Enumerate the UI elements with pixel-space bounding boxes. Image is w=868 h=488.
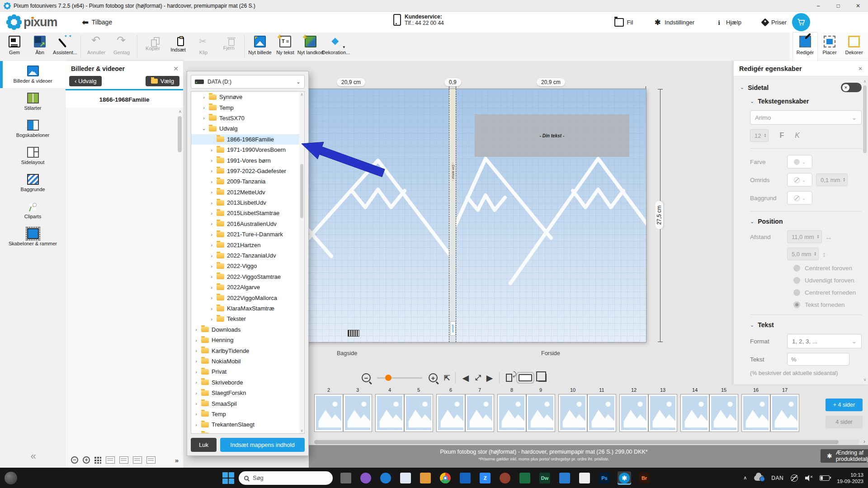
book-spread[interactable]: - Din tekst - pixum - Din tekst - <box>259 89 646 342</box>
spine-text-placeholder[interactable]: - Din tekst - <box>451 163 455 183</box>
taskbar-app-icon[interactable] <box>339 471 353 485</box>
expand-chevron-icon[interactable]: › <box>194 358 198 364</box>
folder-tree-item[interactable]: › 2013LisbetUdv <box>191 197 304 208</box>
taskbar-app-icon[interactable] <box>379 471 392 485</box>
italic-button[interactable]: K <box>795 131 800 140</box>
zoom-out-icon[interactable]: − <box>71 456 78 464</box>
zoom-out-icon[interactable]: − <box>362 373 371 382</box>
sidebar-item[interactable]: Bogskabeloner <box>0 115 66 142</box>
expand-chevron-icon[interactable]: › <box>194 432 198 434</box>
expand-chevron-icon[interactable]: › <box>209 274 214 279</box>
radio-icon[interactable] <box>793 265 800 272</box>
expand-chevron-icon[interactable]: › <box>194 348 198 353</box>
start-button[interactable] <box>222 472 234 484</box>
taskbar-app-icon[interactable]: Dw <box>538 471 552 485</box>
scroll-up-icon[interactable]: ∧ <box>179 109 182 114</box>
mode-tab[interactable]: Placer <box>817 33 842 61</box>
expand-chevron-icon[interactable]: › <box>202 105 206 110</box>
page-thumbnail[interactable] <box>465 394 494 432</box>
chevron-down-icon[interactable]: ⌄ <box>750 99 754 104</box>
close-button[interactable]: ✕ <box>848 0 868 12</box>
taskbar-app-icon[interactable] <box>618 471 631 485</box>
taskbar-app-icon[interactable] <box>359 471 373 485</box>
strip-scrollbar[interactable]: › <box>314 440 859 445</box>
properties-scrollbar[interactable]: ∧∨ <box>863 79 867 382</box>
position-radio-option[interactable]: Udvendigt foroven <box>793 277 862 284</box>
sidebar-item[interactable]: Cliparts <box>0 197 66 224</box>
sort-option-icon[interactable] <box>146 456 156 464</box>
page-thumbnail[interactable] <box>619 394 648 432</box>
insert-folder-contents-button[interactable]: Indsæt mappens indhold <box>220 438 305 452</box>
expand-chevron-icon[interactable]: ⌄ <box>202 126 206 131</box>
expand-chevron-icon[interactable]: › <box>209 232 214 237</box>
expand-chevron-icon[interactable]: › <box>202 115 206 121</box>
y-distance-stepper[interactable]: 5,0 mm <box>787 248 819 260</box>
remove-pages-button[interactable]: 4 sider <box>826 416 863 428</box>
taskbar-app-icon[interactable]: Ps <box>598 471 611 485</box>
header-menu-item[interactable]: Hjælp <box>715 19 741 26</box>
sort-option-icon[interactable] <box>106 456 115 464</box>
toolbar-button[interactable] <box>244 35 245 58</box>
expand-chevron-icon[interactable]: › <box>209 200 214 206</box>
mode-tab[interactable]: Dekorer <box>842 33 866 61</box>
number-format-select[interactable]: 1, 2, 3, ...⌄ <box>787 334 862 348</box>
scroll-right-icon[interactable]: › <box>863 438 865 445</box>
folder-tree-item[interactable]: › 2009-Tanzania <box>191 176 304 187</box>
vaelg-folder-button[interactable]: Vælg <box>146 76 179 86</box>
onedrive-icon[interactable] <box>754 475 764 481</box>
expand-chevron-icon[interactable]: › <box>194 327 198 332</box>
folder-tree-item[interactable]: › 2021-Ture-i-Danmark <box>191 229 304 239</box>
toolbar-button[interactable]: Indsæt <box>165 33 191 61</box>
page-thumbnail[interactable] <box>375 394 404 432</box>
drive-selector[interactable]: DATA (D:) ⌄ <box>191 75 305 89</box>
position-radio-option[interactable]: Centreret forneden <box>793 289 862 296</box>
page-thumbnail[interactable] <box>497 394 526 432</box>
folder-tree-item[interactable]: › 2021Hartzen <box>191 239 304 250</box>
sidebar-item[interactable]: Sidelayout <box>0 142 66 169</box>
page-thumbnail[interactable] <box>436 394 465 432</box>
folder-tree-item[interactable]: › 2015LisbetStamtrae <box>191 208 304 218</box>
expand-chevron-icon[interactable]: › <box>209 242 214 248</box>
outline-picker[interactable]: ⌄ <box>787 173 812 187</box>
chevron-down-icon[interactable]: ⌄ <box>750 322 754 328</box>
toolbar-button[interactable]: Klip <box>191 33 216 61</box>
folder-tree-item[interactable]: › Tekster <box>191 314 304 324</box>
expand-chevron-icon[interactable]: › <box>209 295 214 300</box>
page-spread-thumbnail[interactable]: 10 11 <box>558 387 616 432</box>
page-thumbnail[interactable] <box>709 394 738 432</box>
page-thumbnail[interactable] <box>314 394 343 432</box>
page-number-text-input[interactable] <box>787 353 849 366</box>
book-spine[interactable]: - Din tekst - pixum <box>449 89 456 342</box>
page-thumbnail[interactable] <box>648 394 677 432</box>
expand-chevron-icon[interactable]: › <box>194 422 198 427</box>
chevron-down-icon[interactable]: ⌄ <box>750 219 754 225</box>
folder-tree-item[interactable]: › 2022-ViggoStamtrae <box>191 272 304 282</box>
udvalg-back-button[interactable]: ‹ Udvalg <box>69 76 102 86</box>
pixum-logo[interactable]: pixum <box>6 14 57 30</box>
taskbar-app-icon[interactable] <box>419 471 432 485</box>
folder-tree-item[interactable]: ⌄ Udvalg <box>191 123 304 134</box>
folder-tree-item[interactable]: › Temp <box>191 409 304 419</box>
folder-tree-item[interactable]: › 1997-2022-Gadefester <box>191 166 304 176</box>
expand-chevron-icon[interactable]: › <box>194 401 198 406</box>
page-thumbnail[interactable] <box>587 394 616 432</box>
expand-chevron-icon[interactable]: › <box>209 253 214 258</box>
network-icon[interactable] <box>791 474 798 482</box>
folder-tree-item[interactable]: › Synnøve <box>191 92 304 102</box>
expand-chevron-icon[interactable]: › <box>209 263 214 269</box>
cover-text-placeholder[interactable]: - Din tekst - <box>475 114 629 157</box>
taskbar-app-icon[interactable] <box>439 471 452 485</box>
spinner-icon[interactable] <box>814 252 816 256</box>
expand-chevron-icon[interactable]: › <box>209 168 214 174</box>
folder-tree-item[interactable]: › Henning <box>191 335 304 345</box>
properties-close-icon[interactable]: ✕ <box>858 66 863 72</box>
spinner-icon[interactable] <box>817 235 820 239</box>
page-orientation-icon[interactable] <box>506 374 512 382</box>
expand-chevron-icon[interactable]: › <box>194 369 198 375</box>
folder-tree-item[interactable]: › NokiaMobil <box>191 356 304 366</box>
sidetal-toggle[interactable]: ✕ <box>841 83 862 92</box>
taskbar-search[interactable]: Søg <box>239 471 333 485</box>
expand-chevron-icon[interactable]: › <box>209 221 214 226</box>
tree-scrollbar[interactable]: ∧∨ <box>299 92 304 433</box>
previous-page-icon[interactable]: ◀ <box>462 374 469 382</box>
